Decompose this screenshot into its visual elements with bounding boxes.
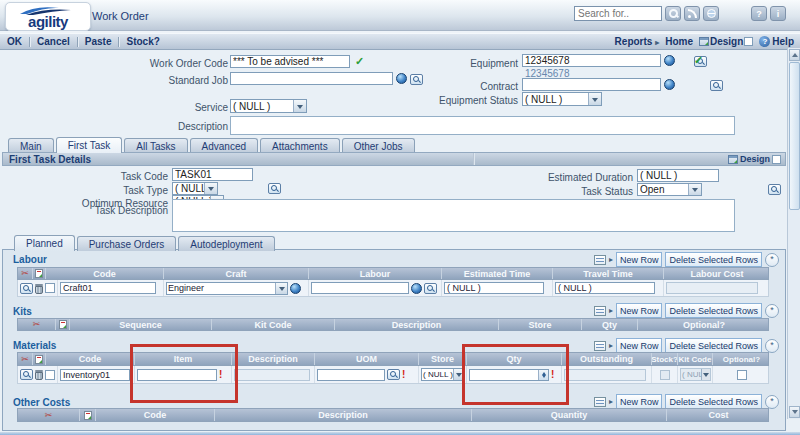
column-header[interactable]: Description (215, 409, 472, 421)
toolbar-link-paste[interactable]: Paste (78, 36, 119, 47)
subtab-purchase-orders[interactable]: Purchase Orders (77, 236, 177, 251)
collapse-button[interactable]: * (765, 339, 779, 353)
row-checkbox[interactable] (45, 283, 55, 293)
search-button[interactable] (665, 6, 681, 21)
input-task-code[interactable] (172, 168, 253, 181)
delete-selected-rows-button[interactable]: Delete Selected Rows (665, 394, 762, 409)
input-travel-time[interactable] (555, 282, 655, 294)
task-status-lookup-icon[interactable] (768, 184, 781, 195)
scroll-down-button[interactable] (789, 406, 800, 418)
textarea-task-description[interactable] (172, 199, 735, 232)
collapse-button[interactable]: * (765, 304, 779, 318)
home-link[interactable]: Home (665, 36, 693, 47)
new-row-button[interactable]: New Row (616, 252, 663, 267)
column-header[interactable]: UOM (315, 353, 419, 365)
collapse-button[interactable]: * (765, 395, 779, 409)
design-toggle[interactable]: Design (699, 36, 753, 47)
row-delete-icon[interactable] (35, 369, 43, 380)
feed-button[interactable] (684, 6, 700, 21)
input-contract[interactable] (522, 78, 661, 91)
tab-advanced[interactable]: Advanced (190, 138, 258, 153)
equipment-globe-icon[interactable] (664, 55, 675, 66)
section-design-checkbox[interactable] (772, 155, 781, 164)
help-button[interactable]: ? (751, 6, 767, 21)
column-header[interactable]: Code (96, 409, 215, 421)
column-header[interactable]: Outstanding (562, 353, 652, 365)
uom-lookup-icon[interactable] (387, 369, 400, 380)
textarea-description[interactable] (230, 116, 735, 135)
column-header[interactable]: Labour Cost (664, 268, 770, 279)
dropdown-arrow-icon[interactable] (293, 100, 306, 112)
scroll-up-button[interactable] (789, 49, 800, 61)
select-service[interactable]: ( NULL ) (230, 99, 307, 113)
column-header[interactable]: Store (419, 353, 467, 365)
select-store[interactable]: ( NULL ) (421, 368, 464, 381)
column-header[interactable]: Kit Code (678, 353, 713, 365)
column-header[interactable]: Travel Time (553, 268, 664, 279)
subtab-planned[interactable]: Planned (14, 235, 75, 251)
design-checkbox[interactable] (744, 37, 753, 46)
input-labour-code[interactable] (60, 282, 156, 294)
input-estimated-time[interactable] (444, 282, 544, 294)
contract-lookup-icon[interactable] (710, 80, 723, 91)
column-header[interactable]: Optional? (713, 353, 770, 365)
tab-other-jobs[interactable]: Other Jobs (342, 138, 415, 153)
row-delete-icon[interactable] (35, 283, 43, 294)
column-header[interactable]: Labour (309, 268, 442, 279)
globe-button[interactable] (703, 6, 719, 21)
dropdown-arrow-icon[interactable] (275, 283, 287, 294)
row-checkbox[interactable] (45, 370, 55, 380)
new-row-button[interactable]: New Row (616, 338, 663, 353)
optional-checkbox[interactable] (737, 370, 747, 380)
tab-all-tasks[interactable]: All Tasks (124, 138, 187, 153)
input-estimated-duration[interactable] (637, 169, 719, 182)
new-row-button[interactable]: New Row (616, 303, 663, 318)
delete-selected-rows-button[interactable]: Delete Selected Rows (665, 252, 762, 267)
column-header[interactable]: Code (46, 353, 135, 365)
help-link[interactable]: ? Help (759, 36, 794, 47)
input-standard-job[interactable] (230, 72, 393, 85)
export-grid-icon[interactable] (594, 306, 606, 316)
delete-selected-rows-button[interactable]: Delete Selected Rows (665, 338, 762, 353)
search-input[interactable] (574, 6, 662, 21)
column-header[interactable]: Kit Code (212, 319, 335, 330)
export-grid-icon[interactable] (594, 255, 606, 265)
dropdown-arrow-icon[interactable] (204, 183, 217, 194)
column-header[interactable]: Description (232, 353, 315, 365)
column-header[interactable]: Optional? (638, 319, 770, 330)
row-edit-icon[interactable] (20, 283, 33, 294)
column-header[interactable]: Sequence (70, 319, 212, 330)
row-edit-icon[interactable] (20, 369, 33, 380)
section-design-toggle[interactable]: Design (728, 154, 785, 164)
contract-globe-icon[interactable] (664, 79, 675, 90)
column-header[interactable]: Store (499, 319, 582, 330)
input-work-order-code[interactable] (230, 55, 350, 68)
column-header[interactable]: Cost (667, 409, 770, 421)
info-button[interactable]: i (770, 6, 786, 21)
scroll-thumb[interactable] (789, 62, 800, 210)
labour-lookup-icon[interactable] (424, 283, 437, 294)
select-equipment-status[interactable]: ( NULL ) (522, 92, 602, 106)
input-labour[interactable] (311, 282, 409, 294)
column-header[interactable]: Code (46, 268, 164, 279)
tab-attachments[interactable]: Attachments (260, 138, 340, 153)
craft-globe-icon[interactable] (290, 283, 301, 294)
labour-globe-icon[interactable] (411, 283, 422, 294)
reports-menu[interactable]: Reports ▸ (615, 36, 660, 47)
subtab-autodeployment[interactable]: Autodeployment (178, 236, 274, 251)
column-header[interactable]: Qty (582, 319, 638, 330)
export-grid-icon[interactable] (594, 341, 606, 351)
agility-logo[interactable]: agility (5, 2, 91, 31)
input-uom[interactable] (317, 369, 385, 381)
dropdown-arrow-icon[interactable] (688, 184, 701, 195)
column-header[interactable]: Quantity (472, 409, 667, 421)
column-header[interactable]: Craft (164, 268, 309, 279)
toolbar-link-stock[interactable]: Stock? (119, 36, 166, 47)
input-equipment[interactable] (522, 54, 661, 67)
dropdown-arrow-icon[interactable] (588, 93, 601, 105)
new-row-button[interactable]: New Row (616, 394, 663, 409)
column-header[interactable]: Description (335, 319, 499, 330)
task-type-lookup-icon[interactable] (268, 183, 281, 194)
toolbar-link-ok[interactable]: OK (0, 36, 29, 47)
tab-first-task[interactable]: First Task (56, 137, 123, 153)
